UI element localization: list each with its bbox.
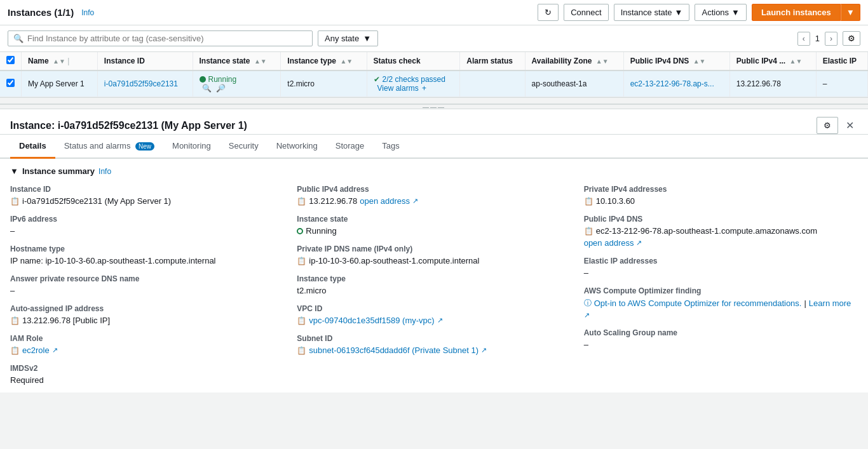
iam-role-link[interactable]: ec2role — [22, 345, 50, 355]
external-link-icon[interactable]: ↗ — [412, 197, 418, 205]
vpc-link[interactable]: vpc-09740dc1e35df1589 (my-vpc) — [309, 316, 434, 325]
instance-state-button[interactable]: Instance state ▼ — [614, 4, 690, 21]
external-link-icon[interactable]: ↗ — [584, 311, 590, 319]
row-checkbox-cell[interactable] — [0, 70, 22, 97]
tab-storage[interactable]: Storage — [327, 135, 374, 159]
view-alarms-link[interactable]: View alarms — [377, 84, 419, 93]
launch-button[interactable]: Launch instances — [752, 4, 841, 21]
copy-icon[interactable]: 📋 — [584, 197, 593, 206]
copy-icon[interactable]: 📋 — [10, 316, 20, 325]
zoom-in-icon[interactable]: 🔍 — [202, 84, 212, 93]
open-address2-link[interactable]: open address — [584, 238, 634, 248]
settings-button[interactable]: ⚙ — [843, 31, 860, 46]
copy-icon[interactable]: 📋 — [297, 197, 306, 206]
private-ip-text: 10.10.3.60 — [596, 196, 635, 206]
tab-details[interactable]: Details — [10, 135, 55, 159]
copy-icon[interactable]: 📋 — [10, 197, 20, 206]
private-dns-text: ip-10-10-3-60.ap-southeast-1.compute.int… — [309, 256, 479, 265]
gear-icon: ⚙ — [824, 121, 831, 130]
instance-id-link[interactable]: i-0a791d52f59ce2131 — [104, 79, 178, 88]
launch-dropdown-button[interactable]: ▼ — [841, 4, 860, 21]
info-link[interactable]: Info — [81, 8, 94, 17]
tab-status-alarms[interactable]: Status and alarms New — [55, 135, 163, 159]
field-public-dns: Public IPv4 DNS 📋 ec2-13-212-96-78.ap-so… — [584, 215, 858, 248]
field-instance-id-value: 📋 i-0a791d52f59ce2131 (My App Server 1) — [10, 196, 284, 206]
external-link-icon2[interactable]: ↗ — [636, 239, 642, 247]
field-public-ipv4: Public IPv4 address 📋 13.212.96.78 open … — [297, 185, 571, 206]
field-elastic-ip-label: Elastic IP addresses — [584, 257, 858, 265]
next-page-button[interactable]: › — [825, 32, 837, 46]
horizontal-scrollbar[interactable] — [0, 97, 868, 104]
select-all-header[interactable] — [0, 52, 22, 70]
instances-table: Name ▲▼ | Instance ID Instance state ▲▼ … — [0, 52, 868, 97]
refresh-button[interactable]: ↻ — [538, 4, 559, 21]
instance-name: My App Server 1 — [28, 79, 85, 88]
external-link-icon[interactable]: ↗ — [481, 346, 487, 354]
learn-more-link[interactable]: Learn more — [809, 298, 851, 308]
tab-networking[interactable]: Networking — [268, 135, 327, 159]
search-input[interactable] — [27, 34, 307, 43]
select-all-checkbox[interactable] — [6, 56, 15, 64]
prev-page-button[interactable]: ‹ — [797, 32, 810, 46]
instance-id-text: i-0a791d52f59ce2131 (My App Server 1) — [22, 196, 171, 206]
zoom-out-icon[interactable]: 🔎 — [216, 84, 226, 93]
col-type[interactable]: Instance type ▲▼ — [281, 52, 367, 70]
table-row[interactable]: My App Server 1 i-0a791d52f59ce2131 Runn… — [0, 70, 868, 97]
field-subnet-id-label: Subnet ID — [297, 334, 571, 343]
detail-tabs: Details Status and alarms New Monitoring… — [0, 135, 868, 159]
col-public-ip[interactable]: Public IPv4 ... ▲▼ — [729, 52, 816, 70]
field-instance-state-value: Running — [297, 226, 571, 236]
public-dns-link[interactable]: ec2-13-212-96-78.ap-s... — [630, 79, 714, 88]
col-public-dns[interactable]: Public IPv4 DNS ▲▼ — [623, 52, 729, 70]
search-bar: 🔍 Any state ▼ ‹ 1 › ⚙ — [0, 25, 868, 52]
summary-section: ▼ Instance summary Info Instance ID 📋 i-… — [0, 159, 868, 392]
state-text: Running — [306, 226, 336, 236]
field-hostname-value: IP name: ip-10-10-3-60.ap-southeast-1.co… — [10, 256, 284, 265]
copy-icon[interactable]: 📋 — [297, 316, 306, 325]
open-address-link[interactable]: open address — [360, 196, 410, 206]
summary-title: Instance summary — [22, 166, 95, 176]
tab-details-label: Details — [19, 141, 46, 151]
field-private-ipv4: Private IPv4 addresses 📋 10.10.3.60 — [584, 185, 858, 206]
resize-divider[interactable]: ――― — [0, 104, 868, 109]
field-instance-type: Instance type t2.micro — [297, 274, 571, 295]
col-instance-id[interactable]: Instance ID — [97, 52, 193, 70]
summary-grid: Instance ID 📋 i-0a791d52f59ce2131 (My Ap… — [10, 185, 858, 385]
field-answer-dns: Answer private resource DNS name – — [10, 274, 284, 295]
check-label[interactable]: 2/2 checks passed — [383, 75, 445, 84]
summary-col-1: Instance ID 📋 i-0a791d52f59ce2131 (My Ap… — [10, 185, 284, 385]
tab-security[interactable]: Security — [220, 135, 268, 159]
connect-button[interactable]: Connect — [564, 4, 608, 21]
summary-info-link[interactable]: Info — [98, 167, 111, 176]
field-answer-dns-label: Answer private resource DNS name — [10, 274, 284, 283]
summary-header[interactable]: ▼ Instance summary Info — [10, 166, 858, 176]
detail-close-button[interactable]: ✕ — [842, 117, 858, 134]
add-alarm-icon[interactable]: + — [422, 84, 426, 93]
actions-label: Actions — [702, 8, 729, 17]
actions-button[interactable]: Actions ▼ — [695, 4, 747, 21]
tab-tags[interactable]: Tags — [373, 135, 408, 159]
state-label: Any state — [325, 34, 359, 43]
field-ipv6: IPv6 address – — [10, 215, 284, 236]
optimizer-link[interactable]: Opt-in to AWS Compute Optimizer for reco… — [594, 298, 802, 308]
top-bar: Instances (1/1) Info ↻ Connect Instance … — [0, 0, 868, 25]
cell-type: t2.micro — [281, 70, 367, 97]
col-name[interactable]: Name ▲▼ | — [22, 52, 98, 70]
copy-icon[interactable]: 📋 — [297, 257, 306, 265]
external-link-icon[interactable]: ↗ — [52, 346, 58, 354]
subnet-link[interactable]: subnet-06193cf645ddadd6f (Private Subnet… — [309, 345, 478, 355]
state-filter[interactable]: Any state ▼ — [318, 30, 378, 46]
chevron-down-icon: ▼ — [363, 34, 371, 43]
copy-icon[interactable]: 📋 — [297, 346, 306, 355]
copy-icon[interactable]: 📋 — [10, 346, 20, 355]
tab-monitoring[interactable]: Monitoring — [163, 135, 220, 159]
detail-settings-button[interactable]: ⚙ — [817, 117, 838, 134]
row-checkbox[interactable] — [6, 79, 15, 87]
close-icon: ✕ — [846, 120, 854, 131]
divider-handle: ――― — [423, 104, 445, 111]
copy-icon[interactable]: 📋 — [584, 227, 593, 236]
col-state[interactable]: Instance state ▲▼ — [193, 52, 281, 70]
col-az[interactable]: Availability Zone ▲▼ — [525, 52, 623, 70]
external-link-icon[interactable]: ↗ — [437, 316, 443, 325]
field-public-ipv4-label: Public IPv4 address — [297, 185, 571, 194]
